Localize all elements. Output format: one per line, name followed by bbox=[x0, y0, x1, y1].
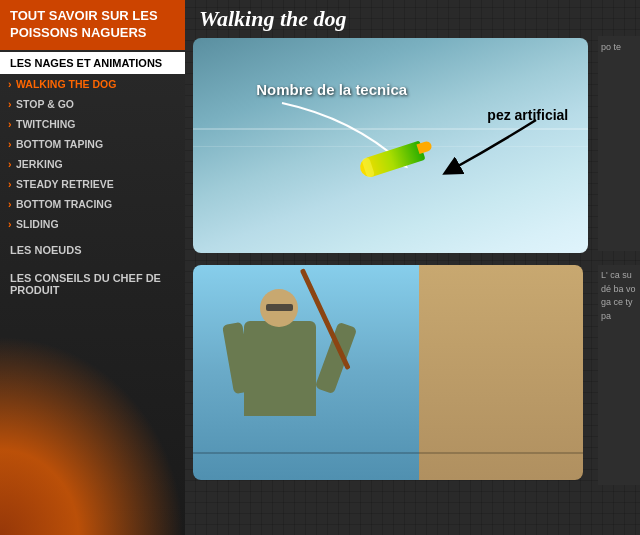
sidebar-item-bottom-taping[interactable]: BOTTOM TAPING bbox=[0, 134, 185, 154]
sidebar-item-sliding[interactable]: SLIDING bbox=[0, 214, 185, 234]
main-content: Walking the dog Nombre de la tecnica bbox=[185, 0, 640, 535]
sidebar-header: TOUT SAVOIR SUR LES POISSONS NAGUERS bbox=[0, 0, 185, 50]
sidebar-section-animations: LES NAGES ET ANIMATIONS bbox=[0, 52, 185, 74]
right-text-bottom: L' ca su dé ba vo ga ce ty pa bbox=[598, 265, 640, 485]
sidebar-item-jerking[interactable]: JERKING bbox=[0, 154, 185, 174]
person-figure bbox=[216, 289, 346, 459]
video-frame-bottom bbox=[193, 265, 583, 480]
right-text-top: po te bbox=[598, 36, 640, 251]
sidebar-item-steady-retrieve[interactable]: STEADY RETRIEVE bbox=[0, 174, 185, 194]
sidebar-item-walking-the-dog[interactable]: WALKING THE DOG bbox=[0, 74, 185, 94]
sidebar-item-stop-and-go[interactable]: STOP & GO bbox=[0, 94, 185, 114]
sidebar-item-bottom-tracing[interactable]: BOTTOM TRACING bbox=[0, 194, 185, 214]
sidebar-item-twitching[interactable]: TWITCHING bbox=[0, 114, 185, 134]
arrow-pez-svg bbox=[436, 115, 556, 185]
annotation-nombre: Nombre de la tecnica bbox=[256, 81, 407, 98]
sidebar-section-noeuds: LES NOEUDS bbox=[0, 238, 185, 262]
page-title: Walking the dog bbox=[185, 0, 640, 38]
sidebar-section-conseils: LES CONSEILS DU CHEF DE PRODUIT bbox=[0, 266, 185, 302]
arrow-nombre-svg bbox=[272, 98, 432, 178]
sidebar: TOUT SAVOIR SUR LES POISSONS NAGUERS LES… bbox=[0, 0, 185, 535]
